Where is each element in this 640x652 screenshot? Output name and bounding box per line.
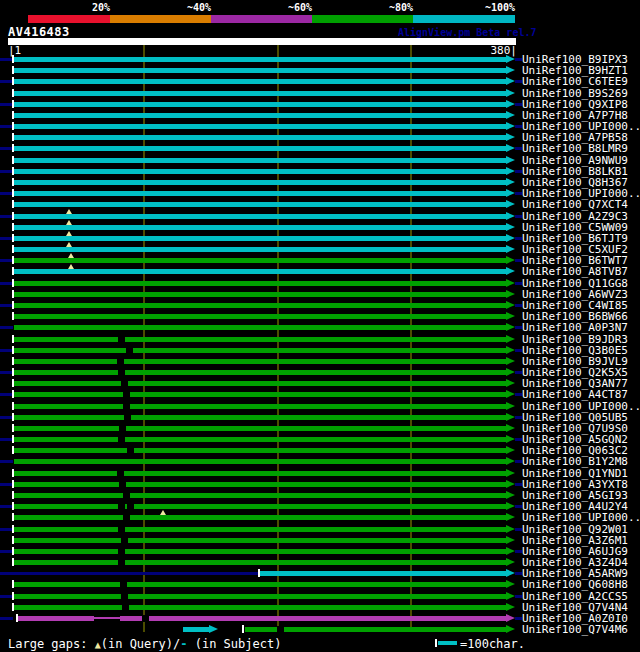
- alignment-bar[interactable]: [14, 214, 506, 219]
- alignment-bar-arrowhead[interactable]: [506, 368, 515, 376]
- alignment-bar-arrowhead[interactable]: [506, 491, 515, 499]
- alignment-bar[interactable]: [14, 527, 506, 532]
- alignment-bar-arrowhead[interactable]: [506, 525, 515, 533]
- alignment-bar[interactable]: [14, 57, 506, 62]
- alignment-bar[interactable]: [14, 538, 506, 543]
- alignment-bar[interactable]: [14, 292, 506, 297]
- alignment-bar-arrowhead[interactable]: [506, 312, 515, 320]
- alignment-bar-arrowhead[interactable]: [506, 279, 515, 287]
- hit-accession-label[interactable]: UniRef100_C6TEE9: [522, 76, 628, 87]
- hit-accession-label[interactable]: UniRef100_B8LMR9: [522, 143, 628, 154]
- alignment-bar[interactable]: [14, 515, 506, 520]
- alignment-bar[interactable]: [14, 560, 506, 565]
- alignment-bar[interactable]: [260, 571, 506, 576]
- alignment-bar-arrowhead[interactable]: [506, 614, 515, 622]
- alignment-bar-arrowhead[interactable]: [506, 223, 515, 231]
- alignment-bar[interactable]: [14, 158, 506, 163]
- alignment-bar-arrowhead[interactable]: [506, 256, 515, 264]
- alignment-bar-arrowhead[interactable]: [506, 122, 515, 130]
- alignment-bar[interactable]: [14, 582, 506, 587]
- alignment-bar[interactable]: [14, 202, 506, 207]
- alignment-bar[interactable]: [14, 269, 506, 274]
- alignment-bar-arrowhead[interactable]: [506, 200, 515, 208]
- alignment-bar-arrowhead[interactable]: [506, 301, 515, 309]
- alignment-bar-arrowhead[interactable]: [506, 435, 515, 443]
- alignment-bar-arrowhead[interactable]: [506, 167, 515, 175]
- alignment-bar-arrowhead[interactable]: [506, 480, 515, 488]
- alignment-bar[interactable]: [14, 303, 506, 308]
- alignment-bar[interactable]: [14, 392, 506, 397]
- alignment-bar[interactable]: [14, 236, 506, 241]
- alignment-bar-arrowhead[interactable]: [506, 189, 515, 197]
- alignment-bar-arrowhead[interactable]: [506, 335, 515, 343]
- alignment-bar[interactable]: [14, 124, 506, 129]
- alignment-bar-arrowhead[interactable]: [506, 580, 515, 588]
- alignment-bar[interactable]: [14, 404, 506, 409]
- alignment-bar-arrowhead[interactable]: [506, 413, 515, 421]
- alignment-bar[interactable]: [14, 191, 506, 196]
- alignment-bar[interactable]: [14, 91, 506, 96]
- alignment-bar[interactable]: [14, 113, 506, 118]
- alignment-bar-arrowhead[interactable]: [506, 89, 515, 97]
- alignment-bar-arrowhead[interactable]: [506, 357, 515, 365]
- alignment-bar-arrowhead[interactable]: [506, 469, 515, 477]
- alignment-bar[interactable]: [14, 146, 506, 151]
- alignment-bar[interactable]: [14, 426, 506, 431]
- alignment-bar-arrowhead[interactable]: [506, 379, 515, 387]
- alignment-bar-arrowhead[interactable]: [506, 390, 515, 398]
- alignment-bar[interactable]: [14, 337, 506, 342]
- alignment-bar[interactable]: [14, 381, 506, 386]
- alignment-bar[interactable]: [14, 549, 506, 554]
- alignment-bar-arrowhead[interactable]: [506, 536, 515, 544]
- alignment-bar-arrowhead[interactable]: [506, 234, 515, 242]
- alignment-bar[interactable]: [14, 258, 506, 263]
- alignment-bar[interactable]: [18, 616, 94, 621]
- alignment-bar-arrowhead[interactable]: [506, 323, 515, 331]
- alignment-bar[interactable]: [245, 627, 506, 632]
- alignment-bar-arrowhead[interactable]: [506, 267, 515, 275]
- alignment-bar[interactable]: [14, 359, 506, 364]
- alignment-bar[interactable]: [14, 370, 506, 375]
- hit-accession-label[interactable]: UniRef100_Q7V4M6: [522, 624, 628, 635]
- alignment-bar-arrowhead[interactable]: [506, 77, 515, 85]
- alignment-bar[interactable]: [14, 68, 506, 73]
- hit-accession-label[interactable]: UniRef100_B1Y2M8: [522, 456, 628, 467]
- alignment-bar[interactable]: [14, 482, 506, 487]
- alignment-bar-arrowhead[interactable]: [506, 133, 515, 141]
- alignment-bar[interactable]: [14, 247, 506, 252]
- alignment-bar-arrowhead[interactable]: [506, 55, 515, 63]
- alignment-bar-arrowhead[interactable]: [506, 111, 515, 119]
- alignment-bar-arrowhead[interactable]: [506, 346, 515, 354]
- hit-accession-label[interactable]: UniRef100_Q7XCT4: [522, 199, 628, 210]
- alignment-bar[interactable]: [14, 459, 506, 464]
- alignment-bar-arrowhead[interactable]: [506, 547, 515, 555]
- hit-accession-label[interactable]: UniRef100_Q608H8: [522, 579, 628, 590]
- alignment-bar-arrowhead[interactable]: [506, 100, 515, 108]
- alignment-bar[interactable]: [183, 627, 209, 632]
- hit-accession-label[interactable]: UniRef100_UPI000..: [522, 512, 640, 523]
- alignment-bar[interactable]: [14, 281, 506, 286]
- alignment-bar[interactable]: [14, 325, 506, 330]
- alignment-bar[interactable]: [14, 180, 506, 185]
- alignment-bar[interactable]: [14, 437, 506, 442]
- alignment-bar-arrowhead[interactable]: [506, 558, 515, 566]
- hit-accession-label[interactable]: UniRef100_A0P3N7: [522, 322, 628, 333]
- alignment-bar[interactable]: [14, 225, 506, 230]
- alignment-bar-arrowhead[interactable]: [506, 290, 515, 298]
- alignment-bar-arrowhead[interactable]: [209, 625, 218, 633]
- alignment-bar-arrowhead[interactable]: [506, 603, 515, 611]
- alignment-bar-arrowhead[interactable]: [506, 569, 515, 577]
- hit-accession-label[interactable]: UniRef100_A4CT87: [522, 389, 628, 400]
- alignment-bar[interactable]: [14, 348, 506, 353]
- alignment-bar[interactable]: [120, 616, 506, 621]
- alignment-bar[interactable]: [14, 605, 506, 610]
- alignment-bar-arrowhead[interactable]: [506, 402, 515, 410]
- alignment-bar-arrowhead[interactable]: [506, 156, 515, 164]
- alignment-bar-arrowhead[interactable]: [506, 625, 515, 633]
- alignment-bar-arrowhead[interactable]: [506, 144, 515, 152]
- alignment-bar-arrowhead[interactable]: [506, 178, 515, 186]
- alignment-bar-arrowhead[interactable]: [506, 513, 515, 521]
- alignment-bar-arrowhead[interactable]: [506, 212, 515, 220]
- alignment-bar[interactable]: [14, 135, 506, 140]
- alignment-bar[interactable]: [14, 448, 506, 453]
